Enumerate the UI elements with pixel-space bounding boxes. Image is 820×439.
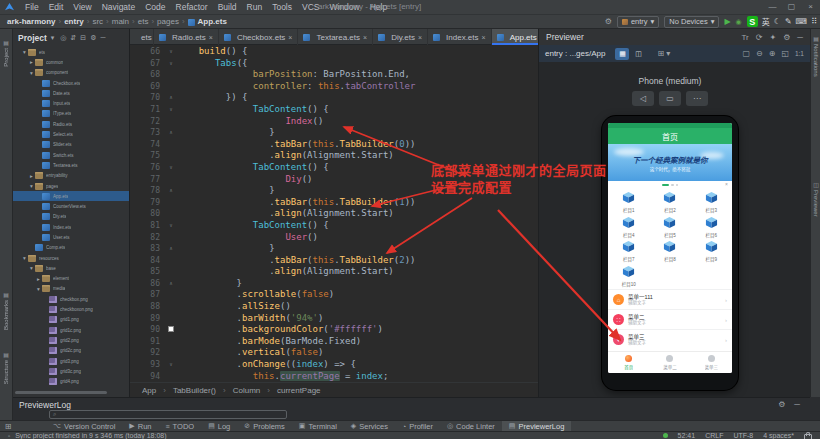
breadcrumb-item[interactable]: entry <box>64 17 84 26</box>
phone-banner[interactable]: 下一个经典案例就是你 这个时代，绝不将就 <box>608 144 732 181</box>
editor-tab-radio-ets[interactable]: Radio.ets× <box>154 29 219 45</box>
fold-icon[interactable]: ∨ <box>165 220 177 232</box>
keyboard-icon[interactable]: ⌨ <box>796 17 808 26</box>
sogou-input-icon[interactable]: S <box>747 16 758 27</box>
hide-icon[interactable]: ─ <box>794 400 800 409</box>
tree-item-grid3-png[interactable]: grid3.png <box>13 356 129 366</box>
editor-tab-index-ets[interactable]: Index.ets× <box>428 29 492 45</box>
indent-setting[interactable]: 4 spaces* <box>763 432 794 439</box>
tool-window-code-linter[interactable]: ◎Code Linter <box>440 421 502 431</box>
tree-item-pages[interactable]: ▾pages <box>13 181 129 191</box>
project-tree[interactable]: ▾ets▸common▾componentCheckbox.etsDate.et… <box>13 47 129 389</box>
close-button[interactable]: × <box>801 0 820 14</box>
tree-item-base[interactable]: ▾base <box>13 263 129 273</box>
tree-item-app-ets[interactable]: App.ets <box>13 191 129 201</box>
menu-code[interactable]: Code <box>140 2 170 12</box>
fold-icon[interactable]: ∨ <box>165 46 177 58</box>
expand-all-icon[interactable]: ⇵ <box>70 34 76 42</box>
frame-icon[interactable]: ▢ <box>742 49 750 58</box>
minimize-button[interactable]: — <box>763 0 782 14</box>
grid-menu-item[interactable]: 栏目7 <box>622 240 635 262</box>
tree-item-element[interactable]: ▸element <box>13 274 129 284</box>
module-select[interactable]: entry ▾ <box>617 16 659 28</box>
hide-icon[interactable]: ─ <box>100 34 105 42</box>
tool-window-run[interactable]: ▶Run <box>122 421 158 431</box>
grid-icon[interactable]: ⠿ <box>811 17 817 26</box>
device-select[interactable]: No Devices ▾ <box>664 16 719 28</box>
menu-tools[interactable]: Tools <box>267 2 297 12</box>
tree-item-date-ets[interactable]: Date.ets <box>13 88 129 98</box>
fit-screen-icon[interactable]: ◱ <box>781 49 789 58</box>
tree-item-textarea-ets[interactable]: Textarea.ets <box>13 160 129 170</box>
tree-item-common[interactable]: ▸common <box>13 57 129 67</box>
layout-select[interactable]: ⊞ ▾ <box>657 49 670 58</box>
collapse-all-icon[interactable]: ⊟ <box>80 34 86 42</box>
tree-item-media[interactable]: ▾media <box>13 284 129 294</box>
tree-item-checkbox-png[interactable]: checkbox.png <box>13 294 129 304</box>
close-icon[interactable]: × <box>288 34 292 41</box>
line-ending[interactable]: CRLF <box>705 432 723 439</box>
tool-window-services[interactable]: ◈Services <box>344 421 395 431</box>
editor-tab-app-ets[interactable]: App.ets× <box>492 29 538 45</box>
horizontal-scrollbar[interactable] <box>15 391 107 394</box>
tree-item-radio-ets[interactable]: Radio.ets <box>13 119 129 129</box>
device-view-icon[interactable]: ◫ <box>631 48 645 60</box>
tree-item-grid1-png[interactable]: grid1.png <box>13 315 129 325</box>
grid-menu-item[interactable]: 栏目2 <box>663 191 676 213</box>
lock-icon[interactable] <box>804 434 812 439</box>
tree-item-counterview-ets[interactable]: CounterView.ets <box>13 201 129 211</box>
tree-item-comp-ets[interactable]: Comp.ets <box>13 243 129 253</box>
tree-item-ets[interactable]: ▾ets <box>13 47 129 57</box>
breadcrumb-item[interactable]: pages <box>157 17 179 26</box>
component-view-icon[interactable]: ▦ <box>615 48 629 60</box>
filter-icon[interactable]: ✦ <box>769 33 776 42</box>
fold-arrow-icon[interactable]: ▾ <box>21 255 28 261</box>
moon-icon[interactable]: ☾ <box>774 17 781 26</box>
fold-arrow-icon[interactable]: ▸ <box>35 276 42 282</box>
close-icon[interactable]: × <box>209 34 213 41</box>
tree-item-entryability[interactable]: ▸entryability <box>13 171 129 181</box>
tree-item-diy-ets[interactable]: Diy.ets <box>13 212 129 222</box>
phone-tab-菜单二[interactable]: 菜单二 <box>649 352 690 373</box>
close-icon[interactable]: × <box>418 34 422 41</box>
tool-window-terminal[interactable]: ▣Terminal <box>292 421 344 431</box>
zoom-in-icon[interactable]: ⊕ <box>769 49 776 58</box>
menu-build[interactable]: Build <box>213 2 242 12</box>
code-area[interactable]: 66∨ build() {67∨ Tabs({68 barPosition: B… <box>130 46 538 383</box>
tree-item-grid3c-png[interactable]: grid3c.png <box>13 366 129 376</box>
tree-item-grid1c-png[interactable]: grid1c.png <box>13 325 129 335</box>
grid-menu-item[interactable]: 栏目4 <box>622 216 635 238</box>
editor-tab-ets[interactable]: ets× <box>130 29 154 45</box>
tree-item-input-ets[interactable]: Input.ets <box>13 98 129 108</box>
fold-arrow-icon[interactable]: ▾ <box>28 183 35 189</box>
list-item[interactable]: ∷菜单二辅助文字› <box>608 309 732 329</box>
phone-tab-首页[interactable]: 首页 <box>608 352 649 373</box>
breadcrumb-file[interactable]: App.ets <box>198 17 227 26</box>
tree-item-user-ets[interactable]: User.ets <box>13 232 129 242</box>
more-button[interactable]: ⋯ <box>686 91 708 106</box>
grid-menu-item[interactable]: 栏目8 <box>663 240 676 262</box>
fold-icon[interactable]: ∧ <box>165 185 177 197</box>
grid-menu-item[interactable]: 栏目3 <box>705 191 718 213</box>
tree-item-index-ets[interactable]: Index.ets <box>13 222 129 232</box>
pen-icon[interactable]: ✎ <box>785 17 792 26</box>
tool-strip-structure[interactable]: ▤Structure <box>0 351 12 384</box>
fold-arrow-icon[interactable]: ▾ <box>28 265 35 271</box>
tree-item-itype-ets[interactable]: IType.ets <box>13 109 129 119</box>
settings-icon[interactable]: ⚙ <box>605 17 612 26</box>
tool-window-problems[interactable]: ⊘Problems <box>237 421 292 431</box>
tool-window-profiler[interactable]: ◔Profiler <box>395 421 440 431</box>
locate-icon[interactable]: ◎ <box>60 34 66 42</box>
tool-window-toggle-icon[interactable]: ⊞ <box>0 422 16 431</box>
menu-file[interactable]: File <box>20 2 44 12</box>
fold-arrow-icon[interactable]: ▾ <box>28 70 35 76</box>
zoom-out-icon[interactable]: ⊖ <box>756 49 763 58</box>
editor-tab-checkbox-ets[interactable]: Checkbox.ets× <box>219 29 299 45</box>
menu-navigate[interactable]: Navigate <box>97 2 141 12</box>
tree-item-grid2-png[interactable]: grid2.png <box>13 335 129 345</box>
breadcrumb-item[interactable]: src <box>92 17 103 26</box>
file-encoding[interactable]: UTF-8 <box>733 432 753 439</box>
fold-icon[interactable]: ∧ <box>165 92 177 104</box>
back-button[interactable]: ◁ <box>632 91 654 106</box>
breadcrumb-item[interactable]: ark-harmony <box>7 17 55 26</box>
